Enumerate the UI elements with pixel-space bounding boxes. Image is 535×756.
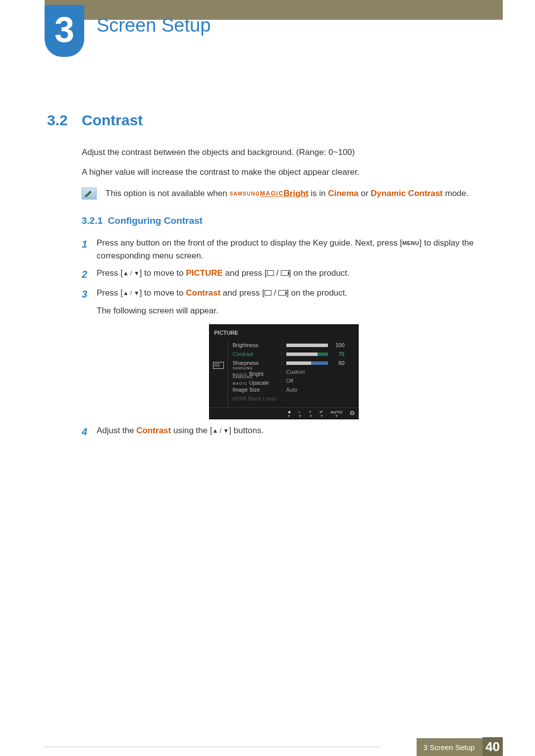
step4-a: Adjust the	[97, 426, 136, 435]
step2-picture: PICTURE	[186, 268, 223, 278]
osd-title: PICTURE	[210, 327, 358, 340]
step-body: Press [▲ / ▼] to move to Contrast and pr…	[97, 287, 485, 317]
up-down-arrows-icon: ▲ / ▼	[212, 427, 229, 434]
osd-value-text: Auto	[286, 386, 298, 394]
osd-footer-icons: ◄▼ −▼ +▼ ↵▼ AUTO▼ ⏻	[210, 407, 358, 419]
step-body: Adjust the Contrast using the [▲ / ▼] bu…	[97, 424, 485, 439]
step2-d: ] on the product.	[289, 268, 350, 278]
osd-screenshot: PICTURE Brightness:100Contrast:75Sharpne…	[209, 324, 359, 419]
osd-row: Brightness:100	[233, 341, 355, 350]
subsection-number: 3.2.1	[82, 215, 103, 226]
step4-c: ] buttons.	[229, 426, 264, 435]
plus-icon: +▼	[309, 409, 313, 418]
step4-b: using the [	[171, 426, 212, 435]
step2-c: and press [	[223, 268, 267, 278]
section-heading: 3.2 Contrast	[82, 109, 485, 131]
note-mid: is in	[309, 189, 328, 198]
up-down-arrows-icon: ▲ / ▼	[123, 290, 140, 297]
osd-row-label: HDMI Black Level	[233, 395, 279, 403]
step4-contrast: Contrast	[136, 426, 171, 435]
enter-icon: ↵▼	[320, 409, 323, 418]
auto-icon: AUTO▼	[330, 409, 342, 418]
subsection-title: Configuring Contrast	[108, 215, 203, 226]
chapter-number-badge: 3	[45, 5, 84, 57]
enter-button-icon	[281, 270, 289, 276]
note-text: This option is not available when SAMSUN…	[106, 187, 469, 200]
osd-row: SAMSUNGMAGIC Upscale:Off	[233, 377, 355, 386]
note-block: This option is not available when SAMSUN…	[82, 187, 485, 200]
osd-row-label: Contrast	[233, 350, 279, 358]
note-or: or	[359, 189, 371, 198]
step-number: 4	[82, 424, 91, 439]
osd-row-sep: :	[281, 395, 284, 403]
osd-value-number: 100	[332, 341, 345, 350]
osd-row-sep: :	[281, 377, 284, 385]
power-icon: ⏻	[350, 410, 354, 417]
page-content: 3.2 Contrast Adjust the contrast between…	[82, 20, 485, 439]
source-button-icon	[265, 290, 271, 296]
step3-d: ] on the product.	[286, 288, 347, 298]
osd-value-bar	[286, 344, 328, 347]
osd-row-sep: :	[281, 350, 284, 358]
osd-value-number: 60	[332, 359, 345, 367]
step-1: 1 Press any button on the front of the p…	[82, 237, 485, 262]
step1-a: Press any button on the front of the pro…	[97, 238, 402, 248]
step-number: 1	[82, 237, 91, 262]
back-icon: ◄▼	[287, 409, 291, 418]
note-suffix: mode.	[443, 189, 469, 198]
step-number: 3	[82, 287, 91, 317]
section-title: Contrast	[82, 109, 143, 131]
step2-b: ] to move to	[140, 268, 186, 278]
osd-row-label: Image Size	[233, 386, 279, 394]
source-button-icon	[267, 270, 274, 276]
step-4: 4 Adjust the Contrast using the [▲ / ▼] …	[82, 424, 485, 439]
osd-row-label: Brightness	[233, 341, 279, 350]
osd-row: HDMI Black Level:	[233, 395, 355, 403]
osd-value-text: Custom	[286, 368, 305, 376]
osd-row-sep: :	[281, 341, 284, 350]
note-cinema: Cinema	[328, 189, 358, 198]
osd-row-label: SAMSUNGMAGIC Upscale	[233, 375, 279, 387]
note-magic-magic: MAGIC	[260, 190, 284, 197]
step3-contrast: Contrast	[186, 288, 220, 298]
osd-side-icons	[210, 340, 228, 407]
note-text-prefix: This option is not available when	[106, 189, 229, 198]
osd-value-bar	[286, 361, 328, 365]
step3-a: Press [	[97, 288, 123, 298]
step3-appear: The following screen will appear.	[97, 304, 485, 317]
note-magic-samsung: SAMSUNG	[229, 191, 260, 197]
step3-c: and press [	[220, 288, 265, 298]
enter-button-icon	[278, 290, 286, 296]
up-down-arrows-icon: ▲ / ▼	[123, 270, 140, 277]
chapter-title: Screen Setup	[97, 15, 211, 36]
osd-value-bar	[286, 353, 328, 356]
section-intro-2: A higher value will increase the contras…	[82, 166, 485, 179]
section-intro-1: Adjust the contrast between the objects …	[82, 146, 485, 159]
pencil-note-icon	[82, 188, 97, 200]
osd-value-number: 75	[332, 350, 345, 358]
step3-b: ] to move to	[140, 288, 186, 298]
osd-row-sep: :	[281, 359, 284, 367]
osd-row: Image Size:Auto	[233, 386, 355, 395]
note-bright-word: Bright	[284, 189, 309, 198]
osd-row-sep: :	[281, 386, 284, 394]
osd-rows: Brightness:100Contrast:75Sharpness:60SAM…	[228, 340, 358, 407]
menu-key-icon: MENU	[402, 240, 419, 246]
picture-menu-icon	[213, 362, 224, 369]
osd-row-sep: :	[281, 368, 284, 376]
osd-row: Contrast:75	[233, 350, 355, 359]
osd-value-text: Off	[286, 377, 293, 385]
note-dynamic: Dynamic Contrast	[371, 189, 442, 198]
step-3: 3 Press [▲ / ▼] to move to Contrast and …	[82, 287, 485, 317]
step-number: 2	[82, 267, 91, 282]
step2-a: Press [	[97, 268, 123, 278]
step-2: 2 Press [▲ / ▼] to move to PICTURE and p…	[82, 267, 485, 282]
step-body: Press [▲ / ▼] to move to PICTURE and pre…	[97, 267, 485, 282]
step-body: Press any button on the front of the pro…	[97, 237, 485, 262]
subsection-heading: 3.2.1 Configuring Contrast	[82, 214, 485, 228]
minus-icon: −▼	[298, 409, 302, 418]
